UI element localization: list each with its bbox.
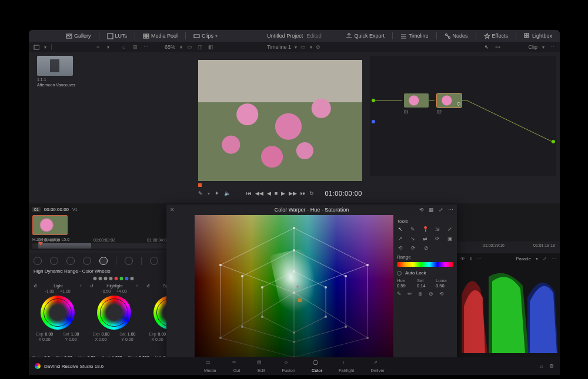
color-wheel-highlight[interactable]: ↺Highlight+ -0.50 +4.00 Exp0.00 Sat1.00 …	[88, 284, 141, 341]
scope-more-icon[interactable]: ⋯	[477, 256, 482, 261]
timeline-name[interactable]: Timeline 1	[267, 44, 291, 50]
nodes-tab[interactable]: Nodes	[442, 32, 471, 41]
bypass-icon[interactable]: ⊘	[316, 44, 322, 50]
scope-toggle-icon[interactable]: 👁	[460, 256, 465, 261]
viewer[interactable]	[198, 60, 362, 181]
page-tab-deliver[interactable]: ↗Deliver	[371, 360, 385, 373]
node-1[interactable]: 01	[404, 93, 429, 108]
node-graph[interactable]: 01 02 ⬡	[370, 56, 556, 176]
zone-dots[interactable]	[93, 277, 134, 280]
pointer-icon[interactable]: ↖	[485, 44, 490, 50]
step-back-button[interactable]: ◀◀	[255, 190, 263, 196]
reset-col-icon[interactable]: ⟳	[410, 245, 417, 251]
chroma-lock-icon[interactable]: ⊗	[418, 291, 423, 297]
search-icon[interactable]: ⌕	[122, 44, 128, 50]
clips-tab[interactable]: Clips▾	[191, 32, 220, 41]
mediapool-tab[interactable]: Media Pool	[140, 32, 181, 41]
page-tab-fairlight[interactable]: ♪Fairlight	[339, 360, 355, 373]
highlight-icon[interactable]: ◧	[208, 44, 214, 50]
scope-mode[interactable]: Parade	[516, 256, 531, 261]
effects-tab[interactable]: Effects	[481, 32, 511, 41]
settings-icon[interactable]: ⚙	[549, 363, 554, 369]
split-icon[interactable]: ◫	[198, 44, 203, 50]
gallery-thumb[interactable]	[37, 56, 73, 76]
hdr-icon[interactable]	[83, 257, 91, 265]
openfx-icon[interactable]: ✦	[215, 190, 219, 196]
page-tab-color[interactable]: ◯Color	[312, 360, 322, 373]
hue-value[interactable]: 0.59	[397, 283, 406, 289]
qualifier-icon[interactable]: ✎	[198, 190, 203, 196]
warper-more-icon[interactable]: ⋯	[448, 207, 453, 213]
still-icon[interactable]	[34, 44, 39, 50]
page-tab-edit[interactable]: ▤Edit	[257, 360, 265, 373]
step-fwd-button[interactable]: ▶▶	[289, 190, 297, 196]
mute-icon[interactable]: 🔈	[224, 190, 230, 196]
page-tab-cut[interactable]: ✂Cut	[232, 360, 240, 373]
warper-expand-icon[interactable]: ⤢	[439, 207, 443, 213]
draw-tool-icon[interactable]: ✎	[409, 226, 416, 232]
playhead-marker[interactable]	[198, 183, 202, 187]
quick-export-button[interactable]: Quick Export	[343, 32, 387, 41]
sat-value[interactable]: 0.14	[417, 283, 426, 289]
warper-grid-icon[interactable]: ▦	[429, 207, 434, 213]
node-2[interactable]: 02 ⬡	[437, 93, 462, 108]
more-icon[interactable]: ⋯	[143, 44, 149, 50]
scope-settings-icon[interactable]: ⋯	[552, 256, 556, 261]
monitor-icon[interactable]: ▭	[300, 44, 306, 50]
clip-mode[interactable]: Clip	[528, 44, 537, 50]
primaries-icon[interactable]	[66, 257, 75, 265]
stop-button[interactable]: ■	[275, 190, 278, 196]
wipe-icon[interactable]: ▭	[187, 44, 193, 50]
list-icon[interactable]: ≡	[96, 44, 102, 50]
curves-icon[interactable]	[125, 257, 133, 265]
select-all-icon[interactable]: ▣	[447, 236, 453, 242]
scope-histogram-icon[interactable]: ⫿	[470, 256, 472, 261]
nodes-tool-icon[interactable]: ⊶	[495, 44, 501, 50]
invert-sel-icon[interactable]: ⇄	[422, 236, 428, 242]
grid-icon[interactable]: ⊞	[133, 44, 139, 50]
next-clip-button[interactable]: ⏭	[300, 190, 306, 196]
loop-button[interactable]: ↻	[309, 190, 314, 196]
lightbox-tab[interactable]: Lightbox	[521, 32, 555, 41]
timeline-tab[interactable]: Timeline	[397, 32, 432, 41]
luts-tab[interactable]: LUTs	[104, 32, 131, 41]
current-clip-thumb[interactable]	[32, 215, 68, 235]
viewer-timecode[interactable]: 01:00:00:00	[325, 190, 362, 197]
camera-raw-icon[interactable]	[34, 257, 42, 265]
warper-spectrum[interactable]: ＋	[195, 215, 393, 361]
node-more-icon[interactable]: ⋯	[549, 44, 555, 50]
expand-tool-icon[interactable]: ⤢	[447, 226, 453, 232]
reset-all-icon[interactable]: ⊘	[423, 245, 430, 251]
increase-sel-icon[interactable]: ↗	[397, 236, 403, 242]
color-wheel-light[interactable]: ↺Light+ -1.00 +1.00 Exp0.00 Sat1.00 X 0.…	[31, 284, 84, 341]
color-checker-icon[interactable]	[50, 257, 58, 265]
home-icon[interactable]: ⌂	[540, 363, 543, 369]
pull-tool-icon[interactable]: ⇲	[435, 226, 441, 232]
select-tool-icon[interactable]: ↖	[397, 226, 403, 232]
color-wheels-icon[interactable]	[99, 257, 108, 265]
scope-expand-icon[interactable]: ⤢	[543, 256, 547, 261]
play-button[interactable]: ▶	[281, 190, 285, 196]
warper-picker-marker[interactable]: ＋	[295, 283, 300, 291]
luma-lock-icon[interactable]: ⊘	[429, 291, 433, 297]
convert-sel-icon[interactable]: ⟳	[435, 236, 441, 242]
warper-icon[interactable]	[150, 257, 158, 265]
smooth-alt-icon[interactable]: ✏	[407, 291, 412, 297]
hue-range-bar[interactable]	[397, 262, 453, 267]
warper-reset-icon[interactable]: ⟲	[419, 207, 424, 213]
gallery-tab[interactable]: Gallery	[63, 32, 94, 41]
page-tab-fusion[interactable]: ∞Fusion	[282, 360, 295, 373]
close-icon[interactable]: ✕	[170, 207, 175, 213]
reset-tools-icon[interactable]: ⟲	[439, 291, 444, 297]
reset-row-icon[interactable]: ⟲	[397, 245, 404, 251]
play-reverse-button[interactable]: ◀	[267, 190, 271, 196]
autolock-radio[interactable]	[397, 271, 402, 276]
mini-playhead[interactable]	[38, 242, 43, 246]
smooth-tool-icon[interactable]: ✎	[397, 291, 402, 297]
zoom-value[interactable]: 65%	[165, 44, 175, 50]
pin-tool-icon[interactable]: 📍	[422, 226, 428, 232]
decrease-sel-icon[interactable]: ↘	[409, 236, 416, 242]
prev-clip-button[interactable]: ⏮	[246, 190, 252, 196]
luma-value[interactable]: 0.50	[436, 283, 445, 289]
page-tab-media[interactable]: ▭Media	[204, 360, 216, 373]
